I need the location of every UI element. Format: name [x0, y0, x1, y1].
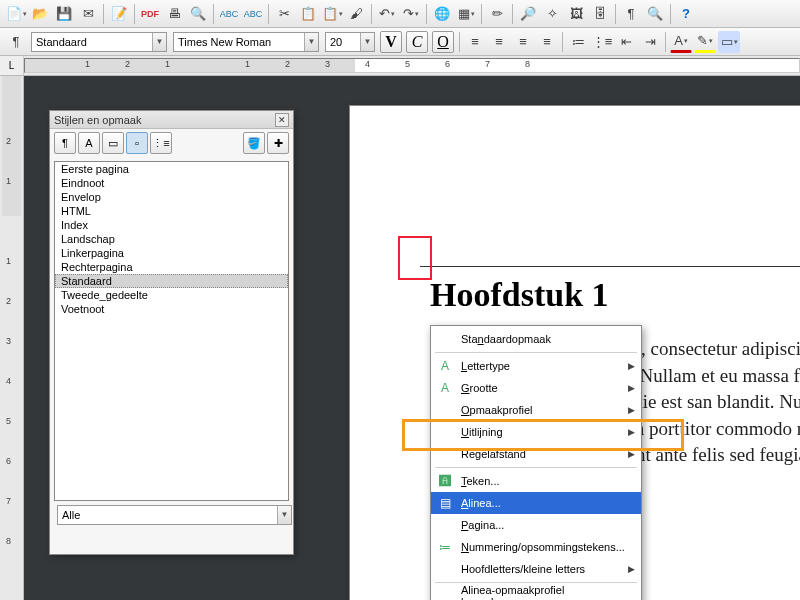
styles-formatting-panel[interactable]: Stijlen en opmaak ✕ ¶ A ▭ ▫ ⋮≡ 🪣 ✚ Eerst…	[49, 110, 294, 555]
bold-button[interactable]: V	[380, 31, 402, 53]
indent-increase-button[interactable]: ⇥	[639, 31, 661, 53]
indent-decrease-button[interactable]: ⇤	[615, 31, 637, 53]
new-doc-button[interactable]: 📄	[5, 3, 27, 25]
styles-list[interactable]: Eerste paginaEindnootEnvelopHTMLIndexLan…	[54, 161, 289, 501]
find-button[interactable]: 🔎	[517, 3, 539, 25]
ali-icon: ▤	[437, 496, 453, 510]
email-button[interactable]: ✉	[77, 3, 99, 25]
num-icon: ≔	[437, 540, 453, 554]
style-item[interactable]: Voetnoot	[55, 302, 288, 316]
style-item[interactable]: Rechterpagina	[55, 260, 288, 274]
main-toolbar: 📄 📂 💾 ✉ 📝 PDF 🖶 🔍 ABC ABC ✂ 📋 📋 🖌 ↶ ↷ 🌐 …	[0, 0, 800, 28]
menu-item[interactable]: 🅰Teken...	[431, 470, 641, 492]
highlight-button[interactable]: ✎	[694, 31, 716, 53]
print-button[interactable]: 🖶	[163, 3, 185, 25]
close-icon[interactable]: ✕	[275, 113, 289, 127]
style-item[interactable]: Index	[55, 218, 288, 232]
align-justify-button[interactable]: ≡	[536, 31, 558, 53]
paragraph-style-input[interactable]	[32, 33, 152, 51]
style-item[interactable]: Eerste pagina	[55, 162, 288, 176]
table-button[interactable]: ▦	[455, 3, 477, 25]
heading-1[interactable]: Hoofdstuk 1	[430, 276, 800, 314]
panel-titlebar[interactable]: Stijlen en opmaak ✕	[50, 111, 293, 129]
chevron-right-icon: ▶	[628, 383, 635, 393]
dropdown-icon[interactable]: ▼	[277, 506, 291, 524]
menu-item-label: Pagina...	[461, 519, 504, 531]
open-button[interactable]: 📂	[29, 3, 51, 25]
font-name-combo[interactable]: ▼	[173, 32, 319, 52]
menu-item[interactable]: Pagina...	[431, 514, 641, 536]
dropdown-icon[interactable]: ▼	[304, 33, 318, 51]
italic-button[interactable]: C	[406, 31, 428, 53]
bullets-button[interactable]: ⋮≡	[591, 31, 613, 53]
data-sources-button[interactable]: 🗄	[589, 3, 611, 25]
menu-item-label: Teken...	[461, 475, 500, 487]
help-button[interactable]: ?	[675, 3, 697, 25]
frame-styles-button[interactable]: ▭	[102, 132, 124, 154]
style-item[interactable]: Tweede_gedeelte	[55, 288, 288, 302]
style-item[interactable]: Standaard	[55, 274, 288, 288]
underline-button[interactable]: O	[432, 31, 454, 53]
menu-item[interactable]: Standaardopmaak	[431, 328, 641, 350]
menu-item[interactable]: ALettertype▶	[431, 355, 641, 377]
menu-item[interactable]: Hoofdletters/kleine letters▶	[431, 558, 641, 580]
work-area: 2 1 1 2 3 4 5 6 7 8 Hoofdstuk 1 Lorem ip…	[0, 76, 800, 600]
style-item[interactable]: Linkerpagina	[55, 246, 288, 260]
style-item[interactable]: Eindnoot	[55, 176, 288, 190]
tek-icon: 🅰	[437, 474, 453, 488]
copy-button[interactable]: 📋	[297, 3, 319, 25]
style-item[interactable]: Envelop	[55, 190, 288, 204]
spellcheck-button[interactable]: ABC	[218, 3, 240, 25]
show-draw-button[interactable]: ✏	[486, 3, 508, 25]
numbering-button[interactable]: ≔	[567, 31, 589, 53]
new-style-button[interactable]: ✚	[267, 132, 289, 154]
paragraph-styles-button[interactable]: ¶	[54, 132, 76, 154]
vertical-ruler[interactable]: 2 1 1 2 3 4 5 6 7 8	[0, 76, 24, 600]
paste-button[interactable]: 📋	[321, 3, 343, 25]
font-name-input[interactable]	[174, 33, 304, 51]
gallery-button[interactable]: 🖼	[565, 3, 587, 25]
nonprinting-chars-button[interactable]: ¶	[620, 3, 642, 25]
horizontal-ruler[interactable]: 12112345678	[24, 58, 800, 73]
menu-item-label: Grootte	[461, 382, 498, 394]
font-size-input[interactable]	[326, 33, 360, 51]
styles-category-toolbar: ¶ A ▭ ▫ ⋮≡ 🪣 ✚	[50, 129, 293, 157]
style-item[interactable]: Landschap	[55, 232, 288, 246]
menu-item[interactable]: AGrootte▶	[431, 377, 641, 399]
filter-input[interactable]	[58, 506, 277, 524]
font-size-combo[interactable]: ▼	[325, 32, 375, 52]
auto-spellcheck-button[interactable]: ABC	[242, 3, 264, 25]
dropdown-icon[interactable]: ▼	[360, 33, 374, 51]
undo-button[interactable]: ↶	[376, 3, 398, 25]
hyperlink-button[interactable]: 🌐	[431, 3, 453, 25]
export-pdf-button[interactable]: PDF	[139, 3, 161, 25]
format-paintbrush-button[interactable]: 🖌	[345, 3, 367, 25]
menu-item[interactable]: ≔Nummering/opsommingstekens...	[431, 536, 641, 558]
save-button[interactable]: 💾	[53, 3, 75, 25]
paragraph-style-combo[interactable]: ▼	[31, 32, 167, 52]
style-item[interactable]: HTML	[55, 204, 288, 218]
fill-format-button[interactable]: 🪣	[243, 132, 265, 154]
filter-combo[interactable]: ▼	[57, 505, 292, 525]
styles-window-button[interactable]: ¶	[5, 31, 27, 53]
menu-item[interactable]: Opmaakprofiel▶	[431, 399, 641, 421]
font-color-button[interactable]: A	[670, 31, 692, 53]
cut-button[interactable]: ✂	[273, 3, 295, 25]
print-preview-button[interactable]: 🔍	[187, 3, 209, 25]
character-styles-button[interactable]: A	[78, 132, 100, 154]
bgcolor-button[interactable]: ▭	[718, 31, 740, 53]
menu-item[interactable]: ▤Alinea...	[431, 492, 641, 514]
align-left-button[interactable]: ≡	[464, 31, 486, 53]
menu-item[interactable]: Alinea-opmaakprofiel bewerken...	[431, 585, 641, 600]
edit-mode-button[interactable]: 📝	[108, 3, 130, 25]
menu-separator	[435, 352, 637, 353]
page-styles-button[interactable]: ▫	[126, 132, 148, 154]
list-styles-button[interactable]: ⋮≡	[150, 132, 172, 154]
context-menu[interactable]: StandaardopmaakALettertype▶AGrootte▶Opma…	[430, 325, 642, 600]
redo-button[interactable]: ↷	[400, 3, 422, 25]
dropdown-icon[interactable]: ▼	[152, 33, 166, 51]
align-right-button[interactable]: ≡	[512, 31, 534, 53]
navigator-button[interactable]: ✧	[541, 3, 563, 25]
align-center-button[interactable]: ≡	[488, 31, 510, 53]
zoom-button[interactable]: 🔍	[644, 3, 666, 25]
